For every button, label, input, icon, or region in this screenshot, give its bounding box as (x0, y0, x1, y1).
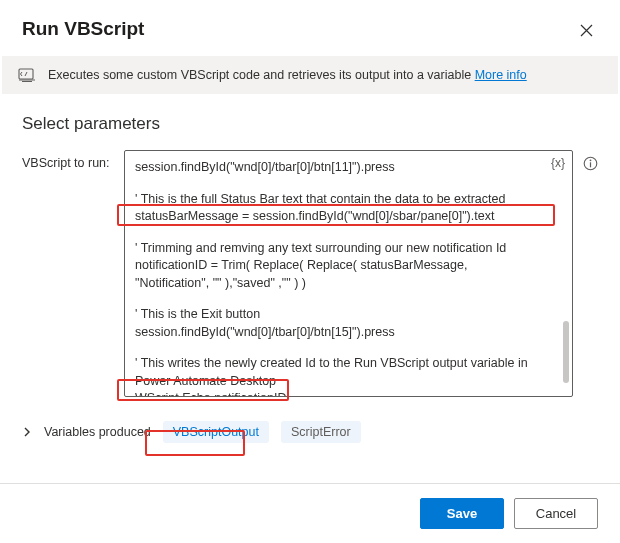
code-line: session.findById("wnd[0]/tbar[0]/btn[15]… (135, 324, 544, 342)
more-info-link[interactable]: More info (475, 68, 527, 82)
close-button[interactable] (574, 18, 598, 42)
vbscript-code-input[interactable]: session.findById("wnd[0]/tbar[0]/btn[11]… (124, 150, 573, 397)
variables-produced-label: Variables produced (44, 425, 151, 439)
code-line: ' This writes the newly created Id to th… (135, 355, 544, 390)
info-text-body: Executes some custom VBScript code and r… (48, 68, 471, 82)
run-vbscript-dialog: Run VBScript Executes some custom VBScri… (0, 0, 620, 543)
dialog-footer: Save Cancel (0, 483, 620, 543)
cancel-button[interactable]: Cancel (514, 498, 598, 529)
svg-rect-3 (590, 162, 591, 167)
code-line: ' This is the full Status Bar text that … (135, 191, 544, 209)
variable-pill-scripterror[interactable]: ScriptError (281, 421, 361, 443)
scrollbar-thumb[interactable] (563, 321, 569, 383)
chevron-right-icon (22, 427, 32, 437)
variable-pill-vbscriptoutput[interactable]: VBScriptOutput (163, 421, 269, 443)
dialog-header: Run VBScript (0, 0, 620, 56)
info-icon (583, 156, 598, 171)
code-line: notificationID = Trim( Replace( Replace(… (135, 257, 544, 292)
code-line: ' This is the Exit button (135, 306, 544, 324)
info-text: Executes some custom VBScript code and r… (48, 68, 527, 82)
section-heading: Select parameters (0, 94, 620, 144)
save-button[interactable]: Save (420, 498, 504, 529)
dialog-title: Run VBScript (22, 18, 144, 40)
code-line: session.findById("wnd[0]/tbar[0]/btn[11]… (135, 159, 544, 177)
param-vbscript-row: VBScript to run: session.findById("wnd[0… (0, 144, 620, 397)
script-icon (18, 67, 36, 83)
param-info-button[interactable] (583, 150, 598, 171)
code-box-wrap: session.findById("wnd[0]/tbar[0]/btn[11]… (124, 150, 573, 397)
code-line: statusBarMessage = session.findById("wnd… (135, 208, 544, 226)
insert-variable-token[interactable]: {x} (551, 156, 565, 170)
code-line: ' Trimming and remving any text surround… (135, 240, 544, 258)
code-line: WScript.Echo notificationID (135, 390, 544, 397)
param-label: VBScript to run: (22, 150, 114, 170)
info-bar: Executes some custom VBScript code and r… (2, 56, 618, 94)
close-icon (580, 24, 593, 37)
expand-toggle[interactable] (22, 427, 32, 437)
svg-point-2 (590, 159, 592, 161)
variables-produced-row: Variables produced VBScriptOutput Script… (0, 397, 620, 443)
